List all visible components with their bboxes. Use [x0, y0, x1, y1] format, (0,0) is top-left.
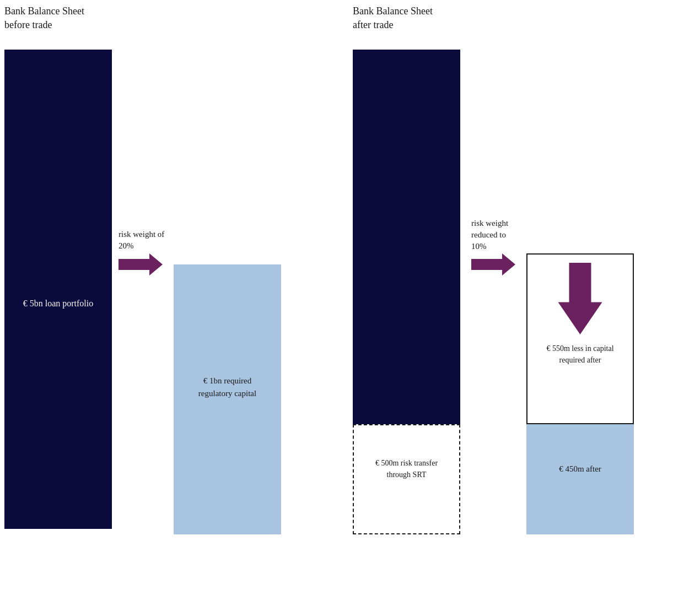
before-trade-title: Bank Balance Sheet before trade [4, 4, 84, 32]
reg-capital-after-label: € 450m after [526, 463, 634, 475]
reg-capital-bar-after [526, 424, 634, 534]
loan-portfolio-label: € 5bn loan portfolio [4, 298, 112, 310]
risk-transfer-label: € 500m risk transfer through SRT [353, 457, 460, 480]
after-trade-title: Bank Balance Sheet after trade [353, 4, 433, 32]
loan-portfolio-bar-after [353, 50, 460, 424]
reg-capital-label-before: € 1bn required regulatory capital [174, 375, 281, 399]
arrow-right-after [471, 253, 515, 275]
risk-weight-after-label: risk weight reduced to 10% [471, 218, 508, 252]
right-arrow-shape-after [471, 253, 515, 275]
right-arrow-shape-before [119, 253, 163, 275]
diagram-container: Bank Balance Sheet before trade € 5bn lo… [0, 0, 700, 595]
reg-capital-bar-before [174, 264, 281, 534]
capital-reduction-box: € 550m less in capital required after [526, 253, 634, 424]
down-arrow-icon [558, 263, 602, 334]
risk-weight-before-label: risk weight of 20% [119, 229, 164, 252]
loan-portfolio-bar [4, 50, 112, 529]
arrow-right-before [119, 253, 163, 275]
capital-reduction-label: € 550m less in capital required after [541, 343, 619, 366]
